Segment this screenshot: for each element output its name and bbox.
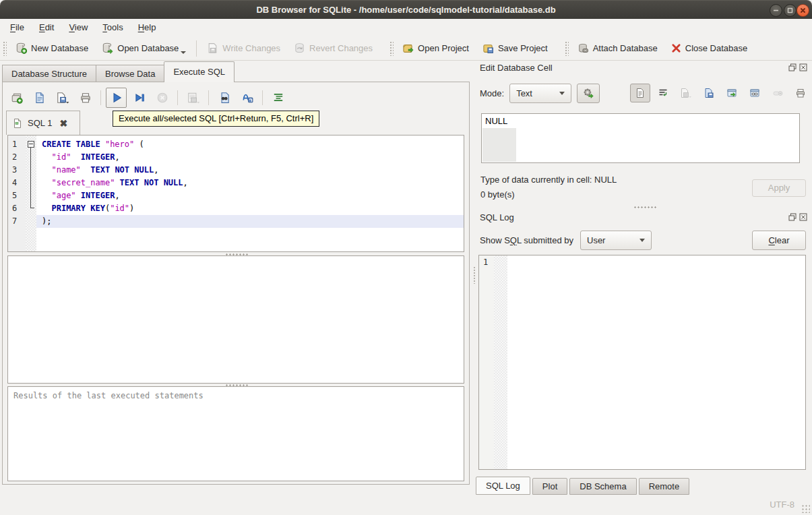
- code-token: ): [129, 204, 134, 213]
- sql-editor[interactable]: 1 2 3 4 5 6 7 CREATE TABLE "hero" ( "id"…: [7, 135, 464, 252]
- set-null-button: [768, 84, 788, 102]
- code-token: PRIMARY KEY: [51, 204, 104, 213]
- results-placeholder: Results of the last executed statements: [13, 391, 204, 400]
- fold-guide-line: [30, 148, 34, 208]
- export-cell-data-button[interactable]: [722, 84, 742, 102]
- save-project-icon: [482, 42, 494, 54]
- fold-marker[interactable]: [28, 141, 34, 148]
- clear-log-button[interactable]: Clear: [752, 231, 806, 250]
- tab-browse-data[interactable]: Browse Data: [96, 65, 164, 82]
- dock-resize-handle[interactable]: [473, 266, 476, 284]
- code-area[interactable]: CREATE TABLE "hero" ( "id" INTEGER, "nam…: [36, 135, 464, 251]
- code-token: TEXT NOT NULL: [90, 165, 154, 175]
- minimize-icon: [772, 7, 780, 14]
- toolbar-separator: [177, 90, 178, 105]
- print-sql-button[interactable]: [75, 88, 96, 108]
- revert-changes-label: Revert Changes: [309, 43, 373, 53]
- print-icon: [795, 88, 806, 98]
- toolbar-drag-handle[interactable]: [565, 41, 569, 56]
- save-results-icon: [187, 92, 200, 104]
- code-token: CREATE TABLE: [42, 140, 105, 149]
- tab-database-structure[interactable]: Database Structure: [2, 65, 96, 82]
- main-toolbar: New Database Open Database Write Changes: [0, 36, 812, 61]
- execute-sql-page: SQL 1 ✖ 1 2 3 4 5 6 7 C: [2, 82, 470, 485]
- sql-tab-close-icon[interactable]: ✖: [59, 118, 67, 129]
- tab-remote[interactable]: Remote: [639, 478, 690, 495]
- close-database-button[interactable]: Close Database: [665, 39, 754, 58]
- code-line: "id" INTEGER,: [36, 151, 464, 164]
- line-number: 6: [8, 202, 26, 215]
- new-database-button[interactable]: New Database: [9, 39, 94, 58]
- close-dock-icon[interactable]: [799, 63, 807, 71]
- toolbar-separator: [208, 90, 209, 105]
- code-token: ,: [115, 152, 119, 162]
- float-dock-icon[interactable]: [788, 213, 797, 221]
- line-number: 5: [8, 189, 26, 202]
- open-project-button[interactable]: Open Project: [396, 39, 475, 58]
- link-cell-button[interactable]: [745, 84, 765, 102]
- log-filter-label: Show SQL submitted by: [480, 235, 573, 245]
- text-mode-button[interactable]: [630, 84, 650, 102]
- open-database-button[interactable]: Open Database: [96, 39, 192, 58]
- new-sql-tab-icon: [11, 92, 23, 104]
- format-sql-button[interactable]: [237, 88, 257, 108]
- menu-help[interactable]: Help: [131, 19, 164, 36]
- indent-button[interactable]: [268, 88, 288, 108]
- maximize-button[interactable]: [784, 4, 797, 17]
- code-line: PRIMARY KEY("id"): [36, 202, 464, 215]
- open-project-label: Open Project: [418, 43, 469, 53]
- encoding-indicator[interactable]: UTF-8: [770, 499, 794, 510]
- results-grid-pane: [7, 255, 464, 384]
- new-sql-tab-button[interactable]: [6, 88, 27, 108]
- menu-file[interactable]: File: [3, 19, 32, 36]
- code-token: [42, 204, 51, 213]
- menu-view[interactable]: View: [61, 19, 95, 36]
- log-filter-select[interactable]: User: [580, 231, 652, 250]
- float-dock-icon[interactable]: [788, 63, 797, 71]
- tab-db-schema[interactable]: DB Schema: [569, 478, 636, 495]
- toolbar-drag-handle[interactable]: [389, 41, 394, 56]
- indent-icon: [272, 92, 284, 104]
- close-button[interactable]: [797, 4, 809, 17]
- code-token: "id": [110, 204, 129, 213]
- import-cell-data-button[interactable]: [699, 84, 719, 102]
- code-token: INTEGER: [81, 191, 115, 200]
- open-database-menu-caret[interactable]: [181, 51, 186, 54]
- save-sql-file-button[interactable]: [52, 88, 73, 108]
- code-token: [76, 191, 81, 200]
- minimize-button[interactable]: [770, 4, 782, 17]
- open-sql-file-button[interactable]: [29, 88, 50, 108]
- execute-line-button[interactable]: [129, 88, 150, 108]
- save-project-button[interactable]: Save Project: [476, 39, 554, 58]
- line-number: 7: [8, 215, 26, 228]
- fold-margin: [26, 135, 36, 251]
- dock-splitter-handle[interactable]: [633, 206, 656, 209]
- print-cell-button[interactable]: [790, 84, 811, 102]
- resize-grip[interactable]: [801, 504, 810, 513]
- cell-value-editor[interactable]: NULL: [481, 113, 800, 163]
- mode-select[interactable]: Text: [509, 84, 571, 103]
- toolbar-drag-handle[interactable]: [3, 41, 7, 56]
- tab-plot[interactable]: Plot: [532, 478, 567, 495]
- execute-all-button[interactable]: [106, 88, 127, 108]
- attach-database-icon: [577, 42, 589, 54]
- tab-execute-sql[interactable]: Execute SQL: [164, 61, 235, 82]
- menu-edit[interactable]: Edit: [32, 19, 61, 36]
- dock-area: Edit Database Cell Mode: Text: [472, 61, 812, 495]
- tab-sql-log[interactable]: SQL Log: [476, 477, 530, 495]
- close-dock-icon[interactable]: [799, 213, 807, 221]
- auto-apply-button[interactable]: [577, 84, 600, 103]
- statusbar: UTF-8: [0, 495, 812, 515]
- menu-tools[interactable]: Tools: [95, 19, 130, 36]
- attach-database-button[interactable]: Attach Database: [571, 39, 664, 58]
- new-database-label: New Database: [31, 43, 88, 53]
- code-token: ,: [154, 165, 158, 175]
- word-wrap-button[interactable]: [653, 84, 673, 102]
- sql-editor-tab[interactable]: SQL 1 ✖: [6, 111, 80, 135]
- app-window: DB Browser for SQLite - /home/user/code/…: [0, 0, 812, 515]
- import-cell-icon: [704, 88, 714, 98]
- code-token: [71, 152, 80, 162]
- dock-tabbar: SQL Log Plot DB Schema Remote: [476, 477, 691, 495]
- link-cell-icon: [749, 88, 760, 98]
- find-button[interactable]: [214, 88, 235, 108]
